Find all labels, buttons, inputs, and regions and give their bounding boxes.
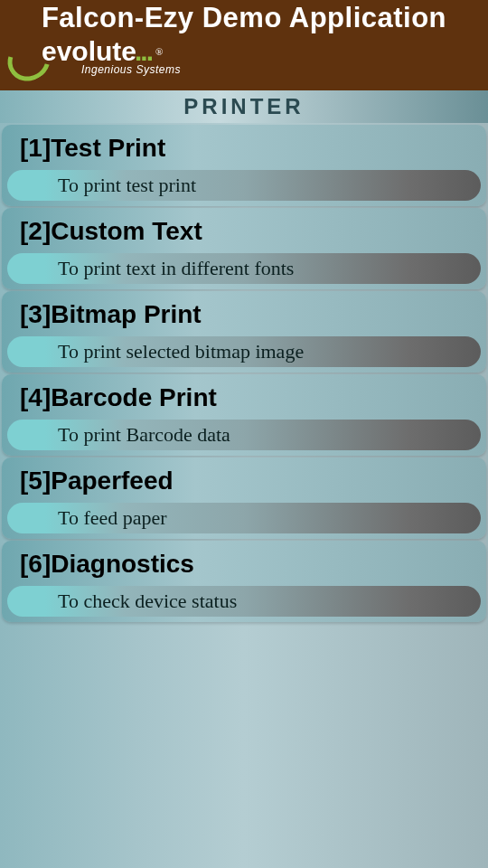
section-title: PRINTER xyxy=(0,90,488,123)
menu-item-desc-row: To feed paper xyxy=(7,503,481,533)
menu-item-custom-text[interactable]: [2]Custom Text To print text in differen… xyxy=(2,208,486,289)
app-title: Falcon-Ezy Demo Application xyxy=(42,2,446,34)
brand-logo: evolute ... ® Ingenious Systems xyxy=(0,38,488,76)
menu-item-desc-row: To print selected bitmap image xyxy=(7,336,481,367)
menu-item-desc: To feed paper xyxy=(58,506,167,530)
registered-icon: ® xyxy=(155,46,163,57)
menu-item-title: [4]Barcode Print xyxy=(2,383,486,420)
menu-item-diagnostics[interactable]: [6]Diagnostics To check device status xyxy=(2,541,486,622)
menu-item-desc-row: To print test print xyxy=(7,170,481,201)
menu-item-title: [6]Diagnostics xyxy=(2,550,486,586)
menu-item-title: [3]Bitmap Print xyxy=(2,300,486,336)
menu-item-desc: To print test print xyxy=(58,174,196,197)
menu-item-desc-row: To print Barcode data xyxy=(7,420,481,450)
menu-item-desc: To print text in different fonts xyxy=(58,257,294,280)
menu-item-desc: To print Barcode data xyxy=(58,423,230,447)
menu-item-title: [1]Test Print xyxy=(2,134,486,170)
brand-text: evolute xyxy=(42,38,136,65)
menu-item-title: [5]Paperfeed xyxy=(2,467,486,503)
swoosh-icon xyxy=(7,39,43,75)
brand-subtext: Ingenious Systems xyxy=(81,63,181,76)
app-header: Falcon-Ezy Demo Application evolute ... … xyxy=(0,0,488,90)
printer-menu: [1]Test Print To print test print [2]Cus… xyxy=(0,125,488,622)
menu-item-desc-row: To check device status xyxy=(7,586,481,617)
menu-item-desc: To check device status xyxy=(58,590,237,613)
menu-item-title: [2]Custom Text xyxy=(2,217,486,253)
menu-item-paperfeed[interactable]: [5]Paperfeed To feed paper xyxy=(2,458,486,539)
menu-item-desc: To print selected bitmap image xyxy=(58,340,304,363)
brand-dots-icon: ... xyxy=(135,38,152,65)
menu-item-barcode-print[interactable]: [4]Barcode Print To print Barcode data xyxy=(2,374,486,456)
menu-item-bitmap-print[interactable]: [3]Bitmap Print To print selected bitmap… xyxy=(2,291,486,373)
menu-item-test-print[interactable]: [1]Test Print To print test print xyxy=(2,125,486,206)
menu-item-desc-row: To print text in different fonts xyxy=(7,253,481,284)
